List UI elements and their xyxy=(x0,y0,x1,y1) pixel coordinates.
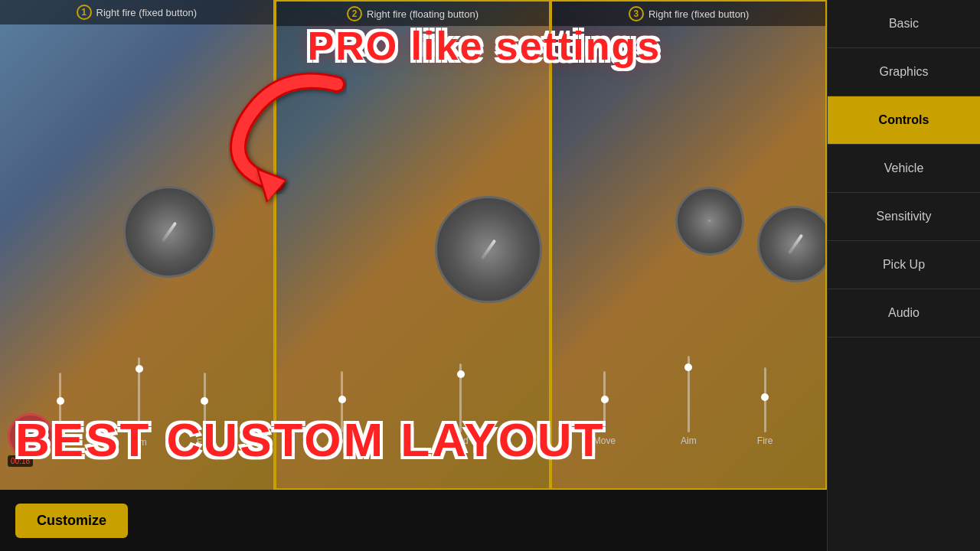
fire-thumb-1 xyxy=(201,397,208,405)
bullet-icon-1 xyxy=(161,222,176,243)
sidebar-item-pickup[interactable]: Pick Up xyxy=(828,241,980,289)
sidebar-item-basic[interactable]: Basic xyxy=(828,0,980,48)
aim-label-1: Aim xyxy=(131,437,147,448)
aim-circle-3[interactable] xyxy=(675,187,744,256)
sidebar-item-pickup-label: Pick Up xyxy=(883,258,925,271)
bullet-icon-2 xyxy=(480,240,495,260)
move-slider-1 xyxy=(59,373,61,434)
panel-2-label: Right fire (floating button) xyxy=(367,8,479,20)
panel-3-label: Right fire (fixed button) xyxy=(648,8,750,20)
aim-fire-circle-2[interactable] xyxy=(435,196,542,303)
avatar[interactable]: 🎮 xyxy=(8,413,54,459)
move-slider-3 xyxy=(603,371,606,432)
aim-slider-1 xyxy=(138,357,140,434)
move-label-3: Move xyxy=(593,435,616,446)
fire-circle-3[interactable] xyxy=(757,206,827,282)
aim-thumb-3 xyxy=(684,364,692,371)
avatar-icon: 🎮 xyxy=(18,424,44,449)
move-thumb-1 xyxy=(57,397,64,405)
fire-label-3: Fire xyxy=(757,435,773,446)
panel-2-header: 2 Right fire (floating button) xyxy=(276,2,550,26)
fire-slider-3 xyxy=(764,367,766,432)
sidebar: Basic Graphics Controls Vehicle Sensitiv… xyxy=(827,0,980,551)
sidebar-item-vehicle-label: Vehicle xyxy=(884,161,924,174)
sidebar-item-graphics-label: Graphics xyxy=(879,65,928,78)
sidebar-item-audio[interactable]: Audio xyxy=(828,289,980,337)
panel-2-number: 2 xyxy=(347,6,362,21)
fire-thumb-3 xyxy=(761,393,769,401)
aimfire-label-2: Aim and Fire xyxy=(435,435,487,446)
aim-dot-3 xyxy=(708,220,710,222)
sidebar-item-controls-label: Controls xyxy=(879,113,929,126)
aimfire-thumb-2 xyxy=(457,370,465,378)
panel-1-header: 1 Right fire (fixed button) xyxy=(0,0,273,24)
panel-3[interactable]: 3 Right fire (fixed button) Move xyxy=(550,0,827,490)
sidebar-item-controls[interactable]: Controls xyxy=(828,96,980,145)
move-thumb-2 xyxy=(338,396,346,403)
panels-container: 1 Right fire (fixed button) Move xyxy=(0,0,827,490)
sidebar-item-audio-label: Audio xyxy=(888,306,920,319)
sidebar-item-vehicle[interactable]: Vehicle xyxy=(828,145,980,193)
main-content: 1 Right fire (fixed button) Move xyxy=(0,0,827,551)
fire-label-1: Fire xyxy=(197,437,213,448)
sidebar-item-sensitivity[interactable]: Sensitivity xyxy=(828,193,980,241)
sidebar-item-graphics[interactable]: Graphics xyxy=(828,48,980,96)
bottom-bar: Customize xyxy=(0,490,827,551)
aim-label-3: Aim xyxy=(681,435,697,446)
sidebar-item-sensitivity-label: Sensitivity xyxy=(876,210,931,223)
move-slider-2 xyxy=(341,371,343,432)
panel-3-number: 3 xyxy=(629,6,644,21)
move-thumb-3 xyxy=(601,396,609,403)
aimfire-slider-2 xyxy=(459,364,462,432)
panel-2[interactable]: 2 Right fire (floating button) Move xyxy=(275,0,551,490)
sidebar-item-basic-label: Basic xyxy=(889,17,919,30)
move-label-2: Move xyxy=(331,435,353,446)
customize-button[interactable]: Customize xyxy=(15,504,128,538)
timer-badge: 00:18 xyxy=(8,455,33,467)
fire-slider-1 xyxy=(204,373,206,434)
aim-thumb-1 xyxy=(136,365,143,373)
aim-circle-1[interactable] xyxy=(123,186,215,278)
bullet-icon-3 xyxy=(788,234,803,255)
panel-1-number: 1 xyxy=(77,5,92,20)
aim-slider-3 xyxy=(688,356,690,432)
panel-3-header: 3 Right fire (fixed button) xyxy=(552,2,825,26)
panel-1-label: Right fire (fixed button) xyxy=(96,7,198,18)
